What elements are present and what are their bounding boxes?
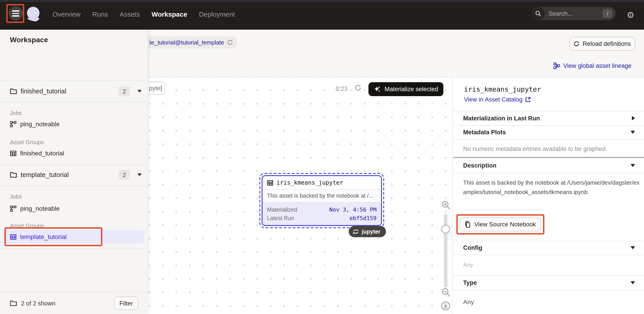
sidebar-job-ping-noteable-2[interactable]: ping_noteable [0,202,148,215]
refresh-icon[interactable] [354,85,361,91]
catalog-link-label: View in Asset Catalog [464,96,522,103]
sidebar-group-finished-tutorial[interactable]: finished_tutorial [0,146,148,160]
sidebar-footer: 2 of 2 shown Filter [0,292,148,314]
sidebar-group-template-tutorial[interactable]: template_tutorial [4,230,144,243]
section-materialization-last-run[interactable]: Materialization in Last Run [453,111,644,125]
hamburger-icon [12,11,19,12]
asset-groups-section-label: Asset Groups [10,223,44,229]
repo-count-badge: 2 [118,86,130,96]
config-value: Any [463,261,473,268]
gear-icon[interactable]: ⚙ [625,10,636,20]
notebook-icon [464,221,471,228]
chevron-down-icon[interactable] [137,173,142,176]
code-location-label: te_tutorial@tutorial_template [150,39,224,46]
section-config[interactable]: Config [453,241,644,255]
table-icon [267,179,273,186]
zoom-in-icon[interactable] [441,200,450,210]
text-cursor [161,85,162,92]
zoom-slider-handle[interactable] [441,225,450,234]
sparkle-icon [374,86,381,93]
repo-name: finished_tutorial [21,88,118,95]
asset-detail-panel: iris_kmeans_jupyter View in Asset Catalo… [453,77,644,314]
sidebar-repo-finished-tutorial[interactable]: finished_tutorial 2 [0,80,148,102]
screenshot-root: Overview Runs Assets Workspace Deploymen… [0,0,644,314]
view-source-notebook-button[interactable]: View Source Notebook [460,217,541,231]
metadata-empty-text: No numeric metadata entries available to… [463,146,607,152]
refresh-timer: 0:23 [336,85,348,92]
materialized-label: Materialized [267,206,297,213]
menu-button[interactable] [8,6,23,21]
asset-group-icon [10,233,16,240]
nav-item-runs[interactable]: Runs [92,10,108,18]
chevron-right-icon [632,116,635,120]
shown-count-label: 2 of 2 shown [21,300,114,306]
nav-item-overview[interactable]: Overview [52,10,80,18]
section-description[interactable]: Description [453,158,644,173]
divider [0,102,148,102]
graph-query-text: pyte [149,85,160,92]
sidebar-title: Workspace [10,36,48,44]
reload-location-icon[interactable] [227,40,233,45]
asset-node-description: This asset is backed by the notebook at … [262,190,381,203]
nav-links: Overview Runs Assets Workspace Deploymen… [52,0,235,28]
chevron-down-icon [630,281,635,284]
divider [453,139,644,140]
divider [453,255,644,255]
view-global-asset-lineage-link[interactable]: View global asset lineage [553,62,632,70]
section-header: Metadata Plots [463,129,506,136]
section-header: Config [463,244,482,251]
search-icon [531,7,545,20]
external-link-icon [525,97,531,102]
download-image-icon[interactable] [441,301,450,311]
chevron-down-icon[interactable] [137,90,142,93]
divider [0,248,148,249]
sidebar-repo-template-tutorial[interactable]: template_tutorial 2 [0,164,148,186]
search-input[interactable]: Search... / [531,7,616,20]
chevron-down-icon [630,131,635,134]
job-name: ping_noteable [20,205,60,212]
compute-kind-tag[interactable]: jupyter [349,226,386,237]
section-header: Materialization in Last Run [463,115,540,122]
divider [453,290,644,290]
view-in-asset-catalog-link[interactable]: View in Asset Catalog [464,96,531,103]
section-metadata-plots[interactable]: Metadata Plots [453,125,644,139]
jupyter-icon [352,228,359,235]
asset-groups-section-label: Asset Groups [10,139,44,146]
lineage-icon [553,63,560,69]
lineage-label: View global asset lineage [563,63,632,69]
code-location-pill[interactable]: te_tutorial@tutorial_template [148,36,238,49]
compute-kind-label: jupyter [362,228,380,235]
materialized-value[interactable]: Nov 3, 4:56 PM [329,206,376,213]
nav-item-assets[interactable]: Assets [120,10,140,18]
description-text: This asset is backed by the notebook at … [463,178,642,197]
jobs-section-label: Jobs [10,110,22,116]
latest-run-value[interactable]: ebf5d159 [350,215,376,221]
job-icon [10,205,16,212]
chevron-down-icon [630,164,635,167]
nav-item-deployment[interactable]: Deployment [199,10,235,18]
dagster-logo-icon[interactable] [26,6,42,23]
job-name: ping_noteable [20,120,60,128]
graph-query-input[interactable]: pyte [148,82,165,95]
reload-definitions-button[interactable]: Reload definitions [570,37,635,51]
asset-node[interactable]: iris_kmeans_jupyter This asset is backed… [262,175,382,226]
nav-item-workspace[interactable]: Workspace [152,10,187,18]
materialize-selected-button[interactable]: Materialize selected [368,82,444,96]
repo-name: template_tutorial [21,171,118,178]
asset-node-stats: Materialized Nov 3, 4:56 PM Latest Run e… [262,203,381,225]
divider [0,186,148,186]
folder-icon [10,300,17,306]
section-header: Description [463,162,496,169]
section-type[interactable]: Type [453,275,644,290]
asset-graph-canvas[interactable]: pyte 0:23 Materialize selected [148,77,453,314]
search-placeholder: Search... [548,10,603,17]
view-source-notebook-label: View Source Notebook [474,221,536,228]
type-value: Any [463,298,474,305]
job-icon [10,121,16,127]
zoom-out-icon[interactable] [441,287,450,297]
sidebar-job-ping-noteable[interactable]: ping_noteable [0,117,148,131]
repo-count-badge: 2 [118,170,130,180]
filter-button[interactable]: Filter [114,296,138,310]
asset-group-icon [10,150,16,157]
folder-icon [10,172,17,178]
